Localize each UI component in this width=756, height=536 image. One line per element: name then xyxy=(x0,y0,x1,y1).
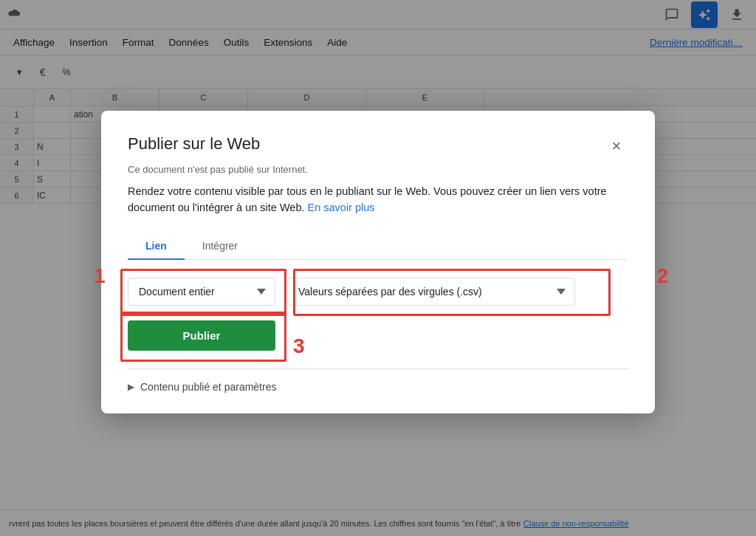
modal-subtitle: Ce document n'est pas publié sur Interne… xyxy=(128,164,628,175)
modal-description: Rendez votre contenu visible par tous en… xyxy=(128,184,628,216)
publish-button[interactable]: Publier xyxy=(128,320,275,351)
format-select[interactable]: Valeurs séparées par des virgules (.csv)… xyxy=(287,278,575,306)
published-section-label: Contenu publié et paramètres xyxy=(140,381,276,393)
annotation-label-3: 3 xyxy=(293,334,305,358)
learn-more-link[interactable]: En savoir plus xyxy=(308,202,375,213)
published-section[interactable]: ▶ Contenu publié et paramètres xyxy=(128,381,628,393)
publish-modal: Publier sur le Web × Ce document n'est p… xyxy=(101,111,655,413)
publish-row: 3 Publier xyxy=(128,320,628,351)
doc-select[interactable]: Document entier xyxy=(128,278,275,306)
tab-lien[interactable]: Lien xyxy=(128,233,185,259)
controls-row: 1 Document entier 2 Valeurs séparées par… xyxy=(128,278,628,306)
chevron-right-icon: ▶ xyxy=(128,382,134,392)
modal-title: Publier sur le Web xyxy=(128,134,260,154)
modal-header: Publier sur le Web × xyxy=(128,134,628,158)
modal-close-button[interactable]: × xyxy=(605,134,628,158)
modal-tabs: Lien Intégrer xyxy=(128,233,628,260)
modal-divider xyxy=(128,368,628,369)
tab-integrer[interactable]: Intégrer xyxy=(185,233,255,259)
